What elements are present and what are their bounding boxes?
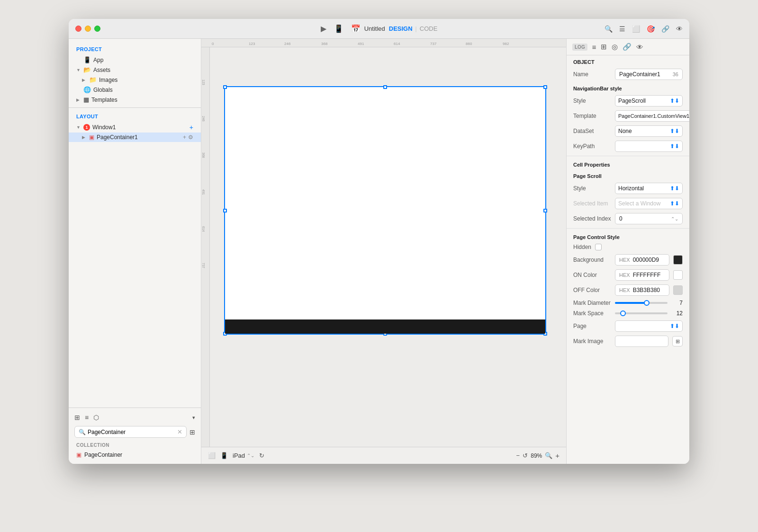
app-label: App: [93, 57, 193, 63]
zoom-in-button[interactable]: +: [555, 452, 559, 460]
selected-item-select[interactable]: Select a Window ⬆⬇: [615, 198, 683, 209]
window1-add-button[interactable]: +: [190, 124, 193, 131]
pagecontainer1-label: PageContainer1: [97, 134, 180, 141]
rp-resize-icon[interactable]: ⊞: [601, 43, 607, 51]
images-icon: 📁: [89, 76, 97, 83]
collection-item-pagecontainer[interactable]: ▣ PageContainer: [69, 450, 201, 460]
zoom-search-button[interactable]: 🔍: [545, 452, 552, 459]
rotate-button[interactable]: ↻: [259, 452, 264, 459]
eye-icon[interactable]: 👁: [676, 25, 683, 33]
search-input[interactable]: [88, 429, 175, 435]
rp-target-icon[interactable]: ◎: [612, 43, 618, 51]
close-button[interactable]: [75, 26, 81, 32]
mark-image-field: [615, 336, 668, 347]
on-color-swatch[interactable]: [673, 270, 683, 280]
device-selector[interactable]: iPad ⌃⌄: [233, 452, 254, 459]
template-select[interactable]: PageContainer1.CustomView1 ⬆⬇: [615, 110, 689, 122]
sidebar-item-images[interactable]: ▶ 📁 Images: [69, 75, 201, 85]
zoom-out-button[interactable]: −: [516, 452, 520, 459]
off-color-field[interactable]: HEX B3B3B380: [615, 284, 669, 296]
ps-style-select[interactable]: Horizontal ⬆⬇: [615, 183, 683, 194]
target-icon[interactable]: 🎯: [647, 25, 655, 33]
device-frame-icon[interactable]: 📱: [220, 452, 228, 459]
style-select[interactable]: PageScroll ⬆⬇: [615, 95, 683, 106]
canvas-workspace[interactable]: [210, 47, 566, 447]
on-color-field[interactable]: HEX FFFFFFFF: [615, 269, 669, 281]
mark-diameter-thumb[interactable]: [644, 300, 650, 306]
background-label: Background: [573, 257, 611, 263]
dataset-select[interactable]: None ⬆⬇: [615, 125, 683, 137]
handle-top-left[interactable]: [223, 85, 227, 89]
calendar-button[interactable]: 📅: [351, 24, 361, 33]
panel-menu[interactable]: ▾: [192, 415, 195, 421]
handle-middle-left[interactable]: [223, 209, 227, 213]
mark-diameter-slider[interactable]: [615, 302, 668, 304]
sidebar-item-window1[interactable]: ▼ 1 Window1 +: [69, 122, 201, 133]
sidebar-item-app[interactable]: 📱 App: [69, 55, 201, 65]
search-clear-button[interactable]: ✕: [177, 428, 182, 435]
name-field[interactable]: PageContainer1 36: [615, 69, 683, 80]
dataset-dropdown-icon: ⬆⬇: [670, 128, 679, 134]
background-value: 000000D9: [633, 257, 659, 263]
minimize-button[interactable]: [85, 26, 91, 32]
keypath-select[interactable]: ⬆⬇: [615, 141, 683, 152]
device-button[interactable]: 📱: [334, 24, 343, 33]
run-button[interactable]: ▶: [321, 24, 326, 33]
images-label: Images: [99, 77, 193, 83]
ruler-horizontal: 0 123 246 368 491 614 737 860 982: [201, 39, 566, 47]
search-field[interactable]: 🔍 ✕: [74, 426, 187, 438]
sidebar-item-globals[interactable]: 🌐 Globals: [69, 85, 201, 95]
resize-icon[interactable]: ⬜: [632, 25, 640, 33]
collection-item-label: PageContainer: [84, 452, 122, 458]
sidebar-divider: [69, 107, 201, 108]
background-color-swatch[interactable]: [673, 255, 683, 265]
style-dropdown-icon: ⬆⬇: [670, 98, 679, 104]
rp-link-icon[interactable]: 🔗: [623, 43, 632, 51]
app-icon: 📱: [83, 56, 91, 63]
on-color-type: HEX: [619, 272, 630, 278]
ps-style-value: Horizontal: [618, 185, 644, 192]
mark-image-row: Mark Image ⊞: [567, 334, 689, 349]
grid-view-button[interactable]: ⊞: [190, 428, 195, 436]
collection-item-icon: ▣: [76, 452, 81, 458]
object-section-title: OBJECT: [567, 55, 689, 67]
sidebar-item-assets[interactable]: ▼ 📂 Assets: [69, 65, 201, 75]
handle-top-center[interactable]: [383, 85, 387, 89]
page-select[interactable]: ⬆⬇: [615, 320, 683, 332]
design-frame[interactable]: [224, 86, 546, 335]
design-tab[interactable]: DESIGN: [389, 25, 413, 32]
layout-icon[interactable]: ⊞: [74, 414, 80, 421]
search-button[interactable]: 🔍: [605, 25, 613, 33]
rp-eye-icon[interactable]: 👁: [636, 43, 643, 51]
stepper-icon[interactable]: ⌃⌄: [671, 216, 678, 222]
titlebar: ▶ 📱 📅 Untitled DESIGN | CODE 🔍 ☰ ⬜ 🎯 🔗 👁: [69, 19, 689, 39]
code-tab[interactable]: CODE: [420, 25, 438, 32]
selected-index-field[interactable]: 0 ⌃⌄: [615, 213, 683, 224]
refresh-button[interactable]: ↺: [523, 452, 528, 459]
maximize-button[interactable]: [94, 26, 100, 32]
hidden-checkbox[interactable]: [595, 244, 602, 250]
on-color-label: ON Color: [573, 272, 611, 278]
on-color-value: FFFFFFFF: [633, 272, 661, 278]
mark-image-button[interactable]: ⊞: [672, 336, 683, 346]
window-title: Untitled: [364, 25, 385, 32]
off-color-swatch[interactable]: [673, 285, 683, 295]
sidebar-item-templates[interactable]: ▶ ▦ Templates: [69, 95, 201, 105]
layers-icon[interactable]: ≡: [85, 414, 89, 421]
background-field[interactable]: HEX 000000D9: [615, 254, 669, 266]
list-icon[interactable]: ☰: [619, 25, 625, 33]
frame-icon[interactable]: ⬜: [208, 452, 216, 459]
handle-top-right[interactable]: [543, 85, 547, 89]
traffic-lights: [75, 26, 100, 32]
mark-space-thumb[interactable]: [620, 310, 626, 316]
log-button[interactable]: LOG: [572, 44, 587, 51]
rp-list-icon[interactable]: ≡: [592, 43, 596, 51]
handle-middle-right[interactable]: [543, 209, 547, 213]
mark-space-slider[interactable]: [615, 312, 668, 314]
pagecontainer1-add-btn[interactable]: +: [183, 134, 186, 141]
sidebar-item-pagecontainer1[interactable]: ▶ ▣ PageContainer1 + ⚙: [69, 133, 201, 142]
zoom-controls: − ↺ 89% 🔍 +: [516, 452, 559, 460]
link-icon[interactable]: 🔗: [661, 25, 669, 33]
shapes-icon[interactable]: ⬡: [93, 414, 99, 421]
pagecontainer1-settings-btn[interactable]: ⚙: [188, 134, 193, 141]
